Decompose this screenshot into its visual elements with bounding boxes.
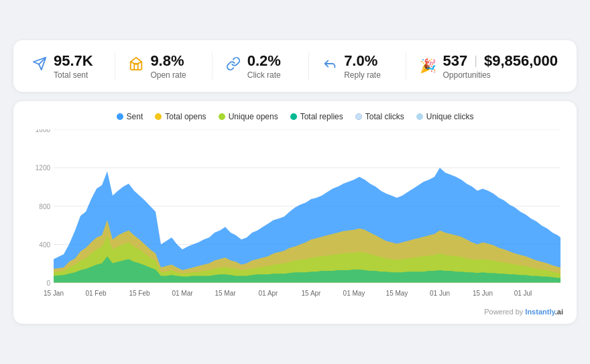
legend-label-total-clicks: Total clicks bbox=[365, 112, 404, 121]
stats-card: 95.7K Total sent 9.8% Open rate bbox=[13, 40, 577, 92]
stat-open-rate: 9.8% Open rate bbox=[115, 52, 204, 80]
legend-label-total-replies: Total replies bbox=[300, 112, 343, 121]
open-rate-label: Open rate bbox=[150, 70, 186, 80]
stat-click-rate: 0.2% Click rate bbox=[212, 52, 302, 80]
legend-total-clicks: Total clicks bbox=[355, 112, 404, 121]
svg-text:400: 400 bbox=[39, 241, 50, 249]
svg-text:01 May: 01 May bbox=[343, 290, 366, 297]
svg-text:15 Apr: 15 Apr bbox=[302, 290, 321, 297]
total-sent-label: Total sent bbox=[54, 70, 93, 80]
legend-sent: Sent bbox=[117, 112, 143, 121]
legend-dot-total-opens bbox=[155, 113, 162, 120]
stat-reply-rate: 7.0% Reply rate bbox=[308, 52, 398, 80]
sent-icon bbox=[32, 56, 47, 75]
legend-label-sent: Sent bbox=[127, 112, 143, 121]
svg-text:15 Feb: 15 Feb bbox=[129, 290, 150, 297]
legend-dot-total-replies bbox=[290, 113, 297, 120]
svg-text:0: 0 bbox=[46, 280, 50, 287]
legend-label-unique-opens: Unique opens bbox=[229, 112, 278, 121]
legend-total-replies: Total replies bbox=[290, 112, 343, 121]
svg-text:15 Jan: 15 Jan bbox=[44, 290, 64, 297]
svg-text:01 Feb: 01 Feb bbox=[85, 290, 106, 297]
opportunities-icon: 🎉 bbox=[420, 58, 436, 74]
legend-dot-sent bbox=[117, 113, 123, 120]
legend-unique-opens: Unique opens bbox=[219, 112, 278, 121]
opportunities-count: 537 bbox=[443, 52, 468, 70]
legend-label-total-opens: Total opens bbox=[165, 112, 206, 121]
legend-dot-unique-clicks bbox=[416, 113, 423, 120]
stat-opportunities: 🎉 537 | $9,856,000 Opportunities bbox=[406, 52, 558, 80]
powered-by: Powered by Instantly.ai bbox=[484, 308, 563, 316]
total-sent-value: 95.7K bbox=[54, 52, 93, 70]
click-rate-label: Click rate bbox=[247, 70, 281, 80]
svg-text:15 May: 15 May bbox=[386, 290, 409, 297]
svg-text:800: 800 bbox=[39, 203, 50, 210]
reply-rate-value: 7.0% bbox=[344, 52, 381, 70]
svg-text:01 Jun: 01 Jun bbox=[430, 290, 450, 297]
svg-text:15 Mar: 15 Mar bbox=[215, 290, 236, 297]
chart-legend: Sent Total opens Unique opens Total repl… bbox=[27, 112, 563, 121]
svg-text:01 Jul: 01 Jul bbox=[514, 290, 532, 297]
powered-by-text: Powered by bbox=[484, 308, 523, 316]
stat-total-sent: 95.7K Total sent bbox=[32, 52, 108, 80]
open-rate-icon bbox=[129, 56, 143, 75]
click-rate-value: 0.2% bbox=[247, 52, 281, 70]
main-container: 95.7K Total sent 9.8% Open rate bbox=[13, 40, 577, 324]
svg-text:1600: 1600 bbox=[36, 129, 51, 133]
click-rate-icon bbox=[226, 56, 241, 75]
svg-text:15 Jun: 15 Jun bbox=[473, 290, 493, 297]
chart-footer: Powered by Instantly.ai bbox=[27, 308, 563, 316]
chart-svg: 1600 1200 800 400 0 15 Jan 01 bbox=[27, 129, 563, 304]
brand-name: Instantly.ai bbox=[525, 308, 563, 316]
open-rate-value: 9.8% bbox=[150, 52, 186, 70]
reply-rate-label: Reply rate bbox=[344, 70, 381, 80]
legend-dot-total-clicks bbox=[355, 113, 362, 120]
svg-text:01 Mar: 01 Mar bbox=[172, 290, 193, 297]
legend-unique-clicks: Unique clicks bbox=[416, 112, 474, 121]
svg-text:1200: 1200 bbox=[36, 164, 51, 172]
legend-dot-unique-opens bbox=[219, 113, 225, 120]
legend-label-unique-clicks: Unique clicks bbox=[426, 112, 474, 121]
stat-divider: | bbox=[474, 54, 477, 68]
svg-text:01 Apr: 01 Apr bbox=[259, 290, 278, 297]
opportunities-label: Opportunities bbox=[443, 70, 558, 80]
opportunities-money: $9,856,000 bbox=[484, 52, 558, 70]
legend-total-opens: Total opens bbox=[155, 112, 206, 121]
chart-area: 1600 1200 800 400 0 15 Jan 01 bbox=[27, 129, 563, 304]
reply-rate-icon bbox=[322, 56, 337, 75]
chart-card: Sent Total opens Unique opens Total repl… bbox=[13, 101, 577, 324]
